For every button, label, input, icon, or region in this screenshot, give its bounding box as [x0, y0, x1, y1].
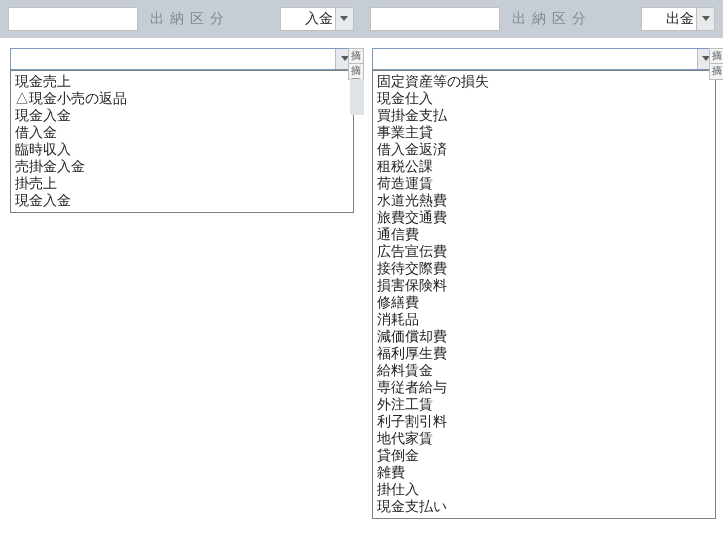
list-item[interactable]: 売掛金入金 — [15, 158, 349, 175]
right-dropdown-list[interactable]: 固定資産等の損失現金仕入買掛金支払事業主貸借入金返済租税公課荷造運賃水道光熱費旅… — [372, 70, 716, 519]
left-item-select[interactable] — [10, 48, 354, 70]
chevron-down-icon[interactable] — [335, 8, 353, 30]
list-item[interactable]: 修繕費 — [377, 294, 711, 311]
list-item[interactable]: 貸倒金 — [377, 447, 711, 464]
right-side-tabs: 摘摘 — [709, 48, 723, 80]
list-item[interactable]: 接待交際費 — [377, 260, 711, 277]
list-item[interactable]: 借入金 — [15, 124, 349, 141]
list-item[interactable]: 地代家賃 — [377, 430, 711, 447]
list-item[interactable]: 荷造運賃 — [377, 175, 711, 192]
list-item[interactable]: △現金小売の返品 — [15, 90, 349, 107]
list-item[interactable]: 消耗品 — [377, 311, 711, 328]
left-strip-label: 出納区分 — [150, 10, 230, 28]
right-top-strip: 出納区分 出金 — [362, 0, 724, 38]
list-item[interactable]: 掛売上 — [15, 175, 349, 192]
list-item[interactable]: 租税公課 — [377, 158, 711, 175]
right-strip-label: 出納区分 — [512, 10, 592, 28]
list-item[interactable]: 利子割引料 — [377, 413, 711, 430]
list-item[interactable]: 通信費 — [377, 226, 711, 243]
list-item[interactable]: 買掛金支払 — [377, 107, 711, 124]
chevron-down-icon[interactable] — [696, 8, 714, 30]
right-type-value: 出金 — [648, 10, 696, 28]
right-item-select[interactable] — [372, 48, 716, 70]
list-item[interactable]: 現金仕入 — [377, 90, 711, 107]
right-text-field[interactable] — [370, 7, 500, 31]
list-item[interactable]: 現金売上 — [15, 73, 349, 90]
list-item[interactable]: 掛仕入 — [377, 481, 711, 498]
list-item[interactable]: 事業主貸 — [377, 124, 711, 141]
left-pane: 出納区分 入金 現金売上△現金小売の返品現金入金借入金臨時収入売掛金入金掛売上現… — [0, 0, 362, 519]
left-type-select[interactable]: 入金 — [280, 7, 354, 31]
list-item[interactable]: 現金入金 — [15, 107, 349, 124]
left-top-strip: 出納区分 入金 — [0, 0, 362, 38]
list-item[interactable]: 水道光熱費 — [377, 192, 711, 209]
side-tab[interactable]: 摘 — [709, 48, 723, 64]
list-item[interactable]: 臨時収入 — [15, 141, 349, 158]
list-item[interactable]: 減価償却費 — [377, 328, 711, 345]
right-type-select[interactable]: 出金 — [641, 7, 715, 31]
left-dropdown-list[interactable]: 現金売上△現金小売の返品現金入金借入金臨時収入売掛金入金掛売上現金入金 — [10, 70, 354, 213]
side-tab[interactable]: 摘 — [709, 64, 723, 80]
list-item[interactable]: 借入金返済 — [377, 141, 711, 158]
list-item[interactable]: 旅費交通費 — [377, 209, 711, 226]
list-item[interactable]: 外注工賃 — [377, 396, 711, 413]
list-item[interactable]: 固定資産等の損失 — [377, 73, 711, 90]
list-item[interactable]: 福利厚生費 — [377, 345, 711, 362]
list-item[interactable]: 専従者給与 — [377, 379, 711, 396]
list-item[interactable]: 現金支払い — [377, 498, 711, 515]
list-item[interactable]: 損害保険料 — [377, 277, 711, 294]
right-pane: 出納区分 出金 固定資産等の損失現金仕入買掛金支払事業主貸借入金返済租税公課荷造… — [362, 0, 724, 519]
list-item[interactable]: 給料賃金 — [377, 362, 711, 379]
left-text-field[interactable] — [8, 7, 138, 31]
list-item[interactable]: 雑費 — [377, 464, 711, 481]
list-item[interactable]: 広告宣伝費 — [377, 243, 711, 260]
left-type-value: 入金 — [287, 10, 335, 28]
list-item[interactable]: 現金入金 — [15, 192, 349, 209]
